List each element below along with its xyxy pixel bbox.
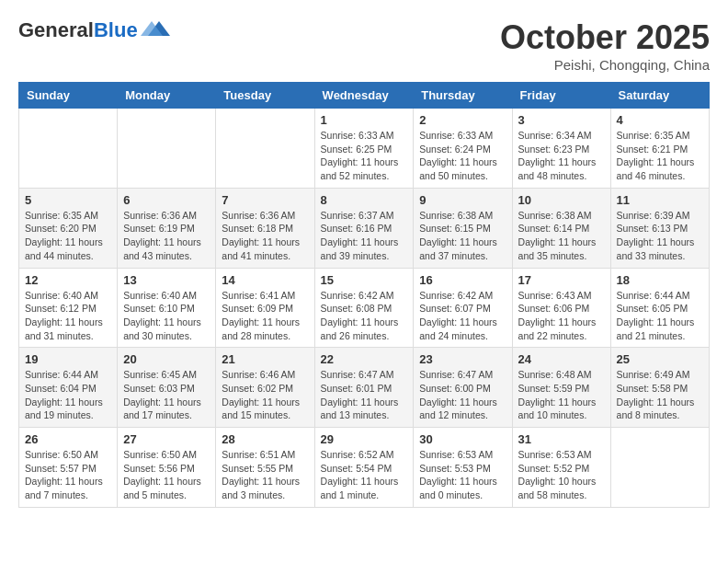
day-number: 23 <box>419 352 506 366</box>
logo-text: GeneralBlue <box>18 18 138 42</box>
calendar-week-4: 19Sunrise: 6:44 AM Sunset: 6:04 PM Dayli… <box>19 348 710 428</box>
day-number: 14 <box>222 273 308 287</box>
weekday-header-thursday: Thursday <box>414 83 512 109</box>
calendar-cell: 18Sunrise: 6:44 AM Sunset: 6:05 PM Dayli… <box>610 268 709 348</box>
day-info: Sunrise: 6:40 AM Sunset: 6:12 PM Dayligh… <box>25 289 111 343</box>
day-number: 8 <box>321 193 408 207</box>
day-number: 9 <box>419 193 506 207</box>
day-number: 17 <box>518 273 605 287</box>
day-number: 7 <box>222 193 308 207</box>
calendar-cell <box>216 109 314 189</box>
weekday-header-tuesday: Tuesday <box>216 83 314 109</box>
calendar-week-1: 1Sunrise: 6:33 AM Sunset: 6:25 PM Daylig… <box>19 109 710 189</box>
day-info: Sunrise: 6:33 AM Sunset: 6:24 PM Dayligh… <box>419 129 506 183</box>
calendar-cell: 22Sunrise: 6:47 AM Sunset: 6:01 PM Dayli… <box>314 348 414 428</box>
day-number: 2 <box>419 113 506 127</box>
day-info: Sunrise: 6:46 AM Sunset: 6:02 PM Dayligh… <box>222 368 308 422</box>
day-number: 4 <box>617 113 703 127</box>
day-number: 26 <box>25 432 111 446</box>
location-subtitle: Peishi, Chongqing, China <box>500 57 710 73</box>
day-info: Sunrise: 6:43 AM Sunset: 6:06 PM Dayligh… <box>518 289 605 343</box>
day-info: Sunrise: 6:53 AM Sunset: 5:53 PM Dayligh… <box>419 448 506 502</box>
day-info: Sunrise: 6:42 AM Sunset: 6:08 PM Dayligh… <box>321 289 408 343</box>
day-info: Sunrise: 6:38 AM Sunset: 6:14 PM Dayligh… <box>518 209 605 263</box>
day-info: Sunrise: 6:44 AM Sunset: 6:05 PM Dayligh… <box>617 289 703 343</box>
calendar-cell: 16Sunrise: 6:42 AM Sunset: 6:07 PM Dayli… <box>414 268 512 348</box>
calendar-cell: 2Sunrise: 6:33 AM Sunset: 6:24 PM Daylig… <box>414 109 512 189</box>
day-number: 31 <box>518 432 605 446</box>
weekday-header-row: SundayMondayTuesdayWednesdayThursdayFrid… <box>19 83 710 109</box>
title-area: October 2025 Peishi, Chongqing, China <box>500 18 710 73</box>
calendar-cell: 5Sunrise: 6:35 AM Sunset: 6:20 PM Daylig… <box>19 188 118 268</box>
calendar-week-2: 5Sunrise: 6:35 AM Sunset: 6:20 PM Daylig… <box>19 188 710 268</box>
weekday-header-wednesday: Wednesday <box>314 83 414 109</box>
weekday-header-friday: Friday <box>512 83 610 109</box>
calendar-cell <box>19 109 118 189</box>
calendar-week-5: 26Sunrise: 6:50 AM Sunset: 5:57 PM Dayli… <box>19 428 710 508</box>
day-number: 12 <box>25 273 111 287</box>
day-number: 6 <box>123 193 210 207</box>
day-number: 19 <box>25 352 111 366</box>
day-info: Sunrise: 6:33 AM Sunset: 6:25 PM Dayligh… <box>321 129 408 183</box>
day-info: Sunrise: 6:48 AM Sunset: 5:59 PM Dayligh… <box>518 368 605 422</box>
day-number: 10 <box>518 193 605 207</box>
calendar-cell: 25Sunrise: 6:49 AM Sunset: 5:58 PM Dayli… <box>610 348 709 428</box>
day-number: 21 <box>222 352 308 366</box>
page-header: GeneralBlue October 2025 Peishi, Chongqi… <box>18 18 710 73</box>
day-info: Sunrise: 6:49 AM Sunset: 5:58 PM Dayligh… <box>617 368 703 422</box>
calendar-cell: 23Sunrise: 6:47 AM Sunset: 6:00 PM Dayli… <box>414 348 512 428</box>
day-number: 20 <box>123 352 210 366</box>
weekday-header-saturday: Saturday <box>610 83 709 109</box>
calendar-cell: 1Sunrise: 6:33 AM Sunset: 6:25 PM Daylig… <box>314 109 414 189</box>
calendar-cell <box>610 428 709 508</box>
day-info: Sunrise: 6:50 AM Sunset: 5:57 PM Dayligh… <box>25 448 111 502</box>
weekday-header-monday: Monday <box>118 83 216 109</box>
day-info: Sunrise: 6:41 AM Sunset: 6:09 PM Dayligh… <box>222 289 308 343</box>
day-info: Sunrise: 6:52 AM Sunset: 5:54 PM Dayligh… <box>321 448 408 502</box>
calendar-cell: 12Sunrise: 6:40 AM Sunset: 6:12 PM Dayli… <box>19 268 118 348</box>
day-number: 25 <box>617 352 703 366</box>
day-number: 3 <box>518 113 605 127</box>
calendar-cell: 19Sunrise: 6:44 AM Sunset: 6:04 PM Dayli… <box>19 348 118 428</box>
day-number: 15 <box>321 273 408 287</box>
calendar-cell: 3Sunrise: 6:34 AM Sunset: 6:23 PM Daylig… <box>512 109 610 189</box>
day-number: 29 <box>321 432 408 446</box>
calendar-cell <box>118 109 216 189</box>
day-number: 13 <box>123 273 210 287</box>
calendar-cell: 27Sunrise: 6:50 AM Sunset: 5:56 PM Dayli… <box>118 428 216 508</box>
day-info: Sunrise: 6:36 AM Sunset: 6:18 PM Dayligh… <box>222 209 308 263</box>
day-info: Sunrise: 6:45 AM Sunset: 6:03 PM Dayligh… <box>123 368 210 422</box>
day-info: Sunrise: 6:47 AM Sunset: 6:01 PM Dayligh… <box>321 368 408 422</box>
logo-icon <box>141 19 170 38</box>
calendar-cell: 6Sunrise: 6:36 AM Sunset: 6:19 PM Daylig… <box>118 188 216 268</box>
day-number: 28 <box>222 432 308 446</box>
day-info: Sunrise: 6:47 AM Sunset: 6:00 PM Dayligh… <box>419 368 506 422</box>
calendar-table: SundayMondayTuesdayWednesdayThursdayFrid… <box>18 82 710 508</box>
day-info: Sunrise: 6:36 AM Sunset: 6:19 PM Dayligh… <box>123 209 210 263</box>
calendar-cell: 20Sunrise: 6:45 AM Sunset: 6:03 PM Dayli… <box>118 348 216 428</box>
calendar-cell: 14Sunrise: 6:41 AM Sunset: 6:09 PM Dayli… <box>216 268 314 348</box>
day-number: 1 <box>321 113 408 127</box>
calendar-cell: 24Sunrise: 6:48 AM Sunset: 5:59 PM Dayli… <box>512 348 610 428</box>
day-info: Sunrise: 6:53 AM Sunset: 5:52 PM Dayligh… <box>518 448 605 502</box>
logo: GeneralBlue <box>18 18 170 42</box>
calendar-cell: 28Sunrise: 6:51 AM Sunset: 5:55 PM Dayli… <box>216 428 314 508</box>
day-info: Sunrise: 6:50 AM Sunset: 5:56 PM Dayligh… <box>123 448 210 502</box>
calendar-cell: 21Sunrise: 6:46 AM Sunset: 6:02 PM Dayli… <box>216 348 314 428</box>
month-title: October 2025 <box>500 18 710 57</box>
calendar-cell: 8Sunrise: 6:37 AM Sunset: 6:16 PM Daylig… <box>314 188 414 268</box>
day-info: Sunrise: 6:38 AM Sunset: 6:15 PM Dayligh… <box>419 209 506 263</box>
day-number: 5 <box>25 193 111 207</box>
calendar-cell: 29Sunrise: 6:52 AM Sunset: 5:54 PM Dayli… <box>314 428 414 508</box>
day-info: Sunrise: 6:40 AM Sunset: 6:10 PM Dayligh… <box>123 289 210 343</box>
day-info: Sunrise: 6:51 AM Sunset: 5:55 PM Dayligh… <box>222 448 308 502</box>
day-info: Sunrise: 6:35 AM Sunset: 6:20 PM Dayligh… <box>25 209 111 263</box>
calendar-cell: 4Sunrise: 6:35 AM Sunset: 6:21 PM Daylig… <box>610 109 709 189</box>
calendar-cell: 26Sunrise: 6:50 AM Sunset: 5:57 PM Dayli… <box>19 428 118 508</box>
day-number: 18 <box>617 273 703 287</box>
calendar-cell: 30Sunrise: 6:53 AM Sunset: 5:53 PM Dayli… <box>414 428 512 508</box>
calendar-cell: 7Sunrise: 6:36 AM Sunset: 6:18 PM Daylig… <box>216 188 314 268</box>
day-info: Sunrise: 6:44 AM Sunset: 6:04 PM Dayligh… <box>25 368 111 422</box>
day-info: Sunrise: 6:34 AM Sunset: 6:23 PM Dayligh… <box>518 129 605 183</box>
calendar-cell: 13Sunrise: 6:40 AM Sunset: 6:10 PM Dayli… <box>118 268 216 348</box>
